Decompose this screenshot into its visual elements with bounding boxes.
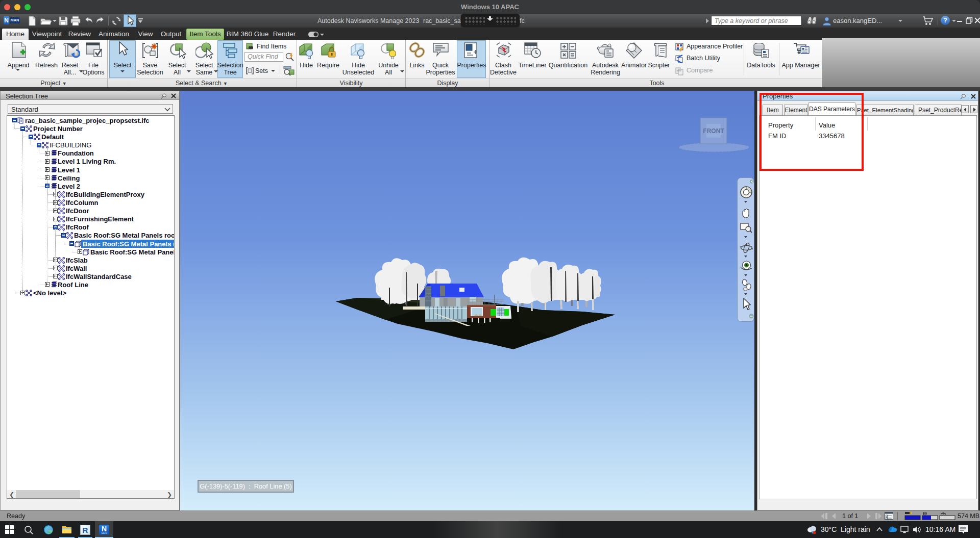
svg-text:FRONT: FRONT bbox=[703, 127, 724, 135]
